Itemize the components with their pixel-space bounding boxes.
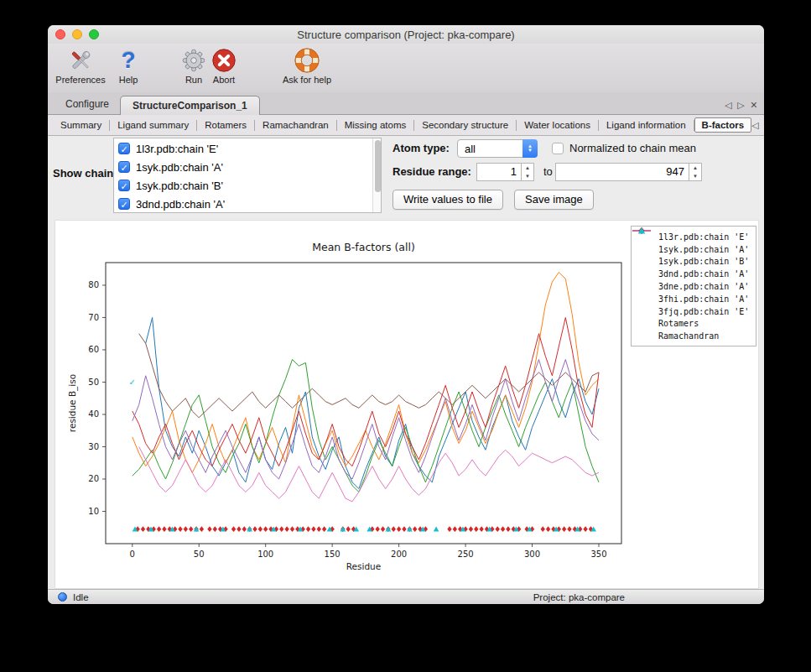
dropdown-arrows-icon: ▲▼ [522, 139, 538, 158]
app-window: Structure comparison (Project: pka-compa… [48, 25, 764, 604]
run-button[interactable]: Run [180, 47, 207, 85]
subtab-nav: ◁ ▷ [751, 120, 764, 131]
tab-configure[interactable]: Configure [55, 95, 120, 114]
residue-to-stepper: ▲ ▼ [689, 163, 702, 181]
chain-checkbox[interactable]: ✓ [118, 198, 130, 210]
chain-checkbox[interactable]: ✓ [118, 161, 130, 173]
tab-close-icon[interactable]: × [751, 101, 757, 110]
svg-text:10: 10 [88, 507, 99, 516]
minimize-window-button[interactable] [72, 29, 82, 39]
save-image-button[interactable]: Save image [514, 190, 594, 210]
subtab-water-locations[interactable]: Water locations [517, 117, 598, 133]
main-tab-bar: Configure StructureComparison_1 ◁ ▷ × [48, 92, 764, 115]
atom-type-label: Atom type: [393, 139, 450, 158]
subtab-ligand-summary[interactable]: Ligand summary [110, 117, 196, 133]
help-label: Help [119, 75, 138, 85]
legend-item: Ramachandran [637, 330, 751, 342]
status-text: Idle [73, 592, 89, 602]
run-gear-icon [181, 47, 206, 74]
subtab-b-factors[interactable]: B-factors [694, 117, 751, 133]
subtab-summary[interactable]: Summary [53, 117, 109, 133]
subtab-rotamers[interactable]: Rotamers [197, 117, 254, 133]
chain-list-scroll-thumb[interactable] [375, 140, 381, 192]
status-bar: Idle Project: pka-compare [48, 589, 764, 604]
residue-range-label: Residue range: [393, 163, 471, 181]
subtab-secondary-structure[interactable]: Secondary structure [414, 117, 516, 133]
project-text: Project: pka-compare [533, 592, 625, 602]
legend-label: 1l3r.pdb:chain 'E' [658, 232, 749, 242]
chart-legend: 1l3r.pdb:chain 'E'1syk.pdb:chain 'A'1syk… [631, 226, 756, 346]
subtab-bar-items: SummaryLigand summaryRotamersRamachandra… [53, 117, 751, 133]
svg-text:70: 70 [88, 313, 99, 322]
abort-label: Abort [213, 75, 235, 85]
svg-text:✓: ✓ [129, 378, 136, 387]
legend-item: 3fjq.pdb:chain 'E' [637, 305, 751, 318]
chain-list-scrollbar[interactable] [372, 138, 381, 212]
help-button[interactable]: ? Help [115, 47, 142, 85]
legend-label: 3dne.pdb:chain 'A' [658, 282, 749, 291]
chain-list[interactable]: ✓1l3r.pdb:chain 'E'✓1syk.pdb:chain 'A'✓1… [113, 138, 382, 213]
chain-list-item[interactable]: ✓1syk.pdb:chain 'B' [114, 176, 372, 195]
svg-text:150: 150 [325, 550, 341, 559]
residue-from-input[interactable]: 1 [476, 163, 522, 181]
legend-label: 3fhi.pdb:chain 'A' [658, 294, 749, 304]
stepper-down-icon[interactable]: ▼ [689, 172, 701, 180]
subtab-missing-atoms[interactable]: Missing atoms [337, 117, 414, 133]
preferences-button[interactable]: Preferences [55, 47, 107, 85]
svg-text:50: 50 [194, 550, 205, 559]
svg-text:50: 50 [88, 378, 99, 387]
chart-region: 0501001502002503003501020304050607080✓Me… [48, 220, 764, 589]
residue-to-input[interactable]: 947 [555, 163, 689, 181]
atom-type-dropdown[interactable]: all ▲▼ [457, 139, 538, 158]
subtab-ramachandran[interactable]: Ramachandran [255, 117, 336, 133]
subtab-scroll-left-icon[interactable]: ◁ [751, 120, 758, 131]
legend-label: 3dnd.pdb:chain 'A' [658, 269, 749, 279]
normalized-checkbox[interactable] [552, 143, 564, 154]
chain-label: 1l3r.pdb:chain 'E' [136, 143, 218, 155]
ask-for-help-label: Ask for help [283, 75, 331, 85]
subtab-ligand-information[interactable]: Ligand information [599, 117, 694, 133]
legend-label: 1syk.pdb:chain 'B' [658, 257, 749, 266]
tab-structurecomparison-1[interactable]: StructureComparison_1 [120, 96, 260, 115]
legend-item: 1syk.pdb:chain 'A' [637, 243, 751, 256]
tab-scroll-right-icon[interactable]: ▷ [737, 101, 744, 110]
chain-list-rows: ✓1l3r.pdb:chain 'E'✓1syk.pdb:chain 'A'✓1… [114, 138, 372, 212]
svg-text:0: 0 [130, 550, 135, 559]
tab-scroll-left-icon[interactable]: ◁ [725, 101, 731, 110]
chain-checkbox[interactable]: ✓ [118, 143, 130, 154]
legend-item: 3dne.pdb:chain 'A' [637, 280, 751, 293]
chain-list-item[interactable]: ✓3dnd.pdb:chain 'A' [114, 195, 372, 212]
ask-for-help-button[interactable]: Ask for help [278, 47, 336, 85]
window-controls [55, 29, 99, 39]
chain-list-item[interactable]: ✓1l3r.pdb:chain 'E' [114, 139, 372, 158]
status-dot-icon [58, 592, 67, 602]
atom-type-value: all [458, 143, 522, 155]
svg-text:40: 40 [88, 409, 99, 419]
chain-label: 3dnd.pdb:chain 'A' [136, 198, 225, 211]
title-bar[interactable]: Structure comparison (Project: pka-compa… [48, 25, 764, 44]
svg-text:20: 20 [88, 474, 99, 483]
chain-checkbox[interactable]: ✓ [118, 180, 130, 191]
stepper-up-icon[interactable]: ▲ [522, 164, 533, 172]
lifebuoy-icon [294, 47, 320, 74]
stepper-down-icon[interactable]: ▼ [522, 172, 533, 180]
close-window-button[interactable] [55, 29, 65, 39]
chart-panel: 0501001502002503003501020304050607080✓Me… [55, 220, 759, 589]
normalized-label: Normalized to chain mean [569, 139, 696, 158]
zoom-window-button[interactable] [89, 29, 99, 39]
chain-label: 1syk.pdb:chain 'A' [136, 161, 223, 174]
legend-item: 3fhi.pdb:chain 'A' [637, 293, 751, 305]
svg-text:200: 200 [391, 550, 407, 559]
stepper-up-icon[interactable]: ▲ [689, 164, 701, 172]
svg-text:80: 80 [88, 280, 99, 289]
abort-button[interactable]: Abort [209, 47, 239, 85]
preferences-label: Preferences [55, 75, 105, 85]
legend-label: Rotamers [658, 319, 699, 328]
svg-text:100: 100 [257, 550, 273, 559]
chain-list-item[interactable]: ✓1syk.pdb:chain 'A' [114, 158, 372, 176]
legend-item: Rotamers [637, 318, 751, 331]
svg-text:350: 350 [590, 550, 606, 559]
write-values-button[interactable]: Write values to file [393, 190, 503, 210]
desktop-background: Structure comparison (Project: pka-compa… [0, 0, 811, 672]
window-title: Structure comparison (Project: pka-compa… [297, 29, 514, 41]
